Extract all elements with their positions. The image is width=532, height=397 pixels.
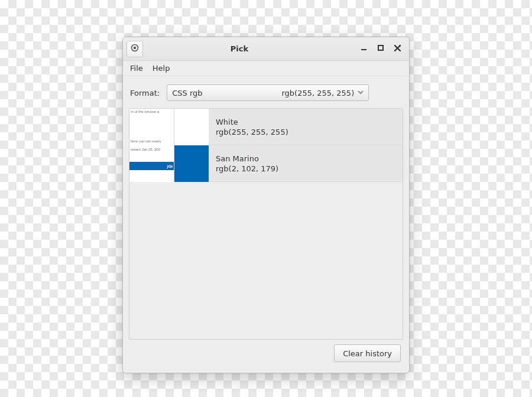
menu-file[interactable]: File (125, 61, 148, 76)
history-row[interactable]: reated Jan 25, 200 JOI San Marino rgb(2,… (129, 145, 403, 182)
clear-history-label: Clear history (343, 349, 392, 358)
content-area: Format: CSS rgb rgb(255, 255, 255) irt o… (123, 76, 409, 373)
svg-rect-3 (378, 45, 383, 50)
thumb-text: here you can easily (131, 139, 161, 143)
close-icon (394, 44, 401, 54)
thumb-text: irt of the window a (131, 110, 159, 113)
color-name: White (216, 118, 403, 126)
maximize-icon (377, 44, 384, 53)
titlebar[interactable]: Pick (123, 37, 409, 61)
history-thumbnail: reated Jan 25, 200 JOI (129, 145, 174, 182)
footer: Clear history (129, 340, 403, 367)
format-dropdown[interactable]: CSS rgb rgb(255, 255, 255) (167, 84, 369, 101)
history-row-text: White rgb(255, 255, 255) (209, 109, 403, 145)
thumb-bar: JOI (129, 162, 174, 170)
color-value: rgb(2, 102, 179) (216, 164, 403, 173)
svg-point-4 (399, 45, 401, 47)
maximize-button[interactable] (376, 44, 385, 54)
color-swatch (174, 109, 209, 145)
history-row-text: San Marino rgb(2, 102, 179) (209, 145, 403, 181)
window-title: Pick (122, 44, 359, 53)
color-name: San Marino (216, 154, 403, 163)
format-row: Format: CSS rgb rgb(255, 255, 255) (129, 82, 403, 108)
color-value: rgb(255, 255, 255) (216, 128, 403, 136)
format-selected: CSS rgb (172, 89, 281, 97)
history-thumbnail: irt of the window a here you can easily (129, 109, 174, 145)
minimize-button[interactable] (359, 44, 369, 54)
format-preview: rgb(255, 255, 255) (281, 89, 358, 97)
app-window: Pick File (122, 37, 410, 373)
clear-history-button[interactable]: Clear history (334, 344, 401, 362)
minimize-icon (361, 44, 368, 53)
menu-help[interactable]: Help (148, 61, 175, 76)
window-controls (359, 44, 406, 54)
history-row[interactable]: irt of the window a here you can easily … (129, 109, 403, 145)
thumb-text: reated Jan 25, 200 (131, 148, 160, 151)
history-list: irt of the window a here you can easily … (129, 108, 403, 340)
color-swatch (174, 145, 209, 182)
format-label: Format: (130, 89, 160, 97)
menubar: File Help (123, 61, 409, 76)
svg-rect-2 (361, 49, 366, 50)
chevron-down-icon (358, 89, 364, 96)
close-button[interactable] (392, 44, 402, 54)
